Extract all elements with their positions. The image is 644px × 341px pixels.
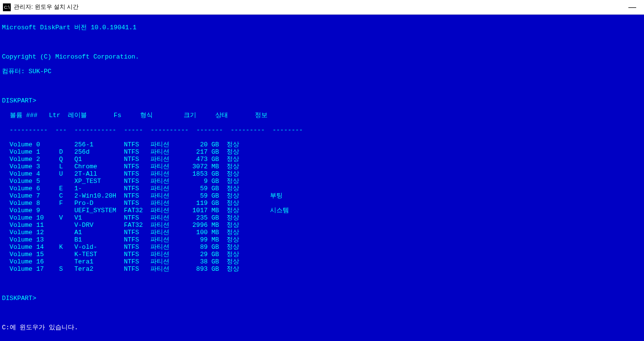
terminal-output[interactable]: Microsoft DiskPart 버전 10.0.19041.1 Copyr… bbox=[0, 15, 644, 341]
diskpart-prompt: DISKPART> bbox=[2, 97, 642, 104]
table-row: Volume 0 256-1 NTFS 파티션 20 GB 정상 bbox=[2, 141, 642, 148]
table-row: Volume 14 K V-old- NTFS 파티션 89 GB 정상 bbox=[2, 243, 642, 251]
window-title: 관리자: 윈도우 설치 시간 bbox=[14, 3, 79, 11]
table-row: Volume 2 Q Q1 NTFS 파티션 473 GB 정상 bbox=[2, 156, 642, 163]
titlebar[interactable]: C:\ 관리자: 윈도우 설치 시간 — bbox=[0, 0, 644, 15]
cmd-icon: C:\ bbox=[3, 3, 11, 11]
table-row: Volume 8 F Pro-D NTFS 파티션 119 GB 정상 bbox=[2, 200, 642, 207]
minimize-button[interactable]: — bbox=[623, 3, 641, 12]
table-divider: ---------- --- ----------- ----- -------… bbox=[2, 126, 642, 134]
copyright: Copyright (C) Microsoft Corporation. bbox=[2, 53, 642, 60]
table-row: Volume 3 L Chrome NTFS 파티션 3072 MB 정상 bbox=[2, 163, 642, 170]
volume-list: Volume 0 256-1 NTFS 파티션 20 GB 정상 Volume … bbox=[2, 141, 642, 273]
table-row: Volume 6 E 1- NTFS 파티션 59 GB 정상 bbox=[2, 185, 642, 192]
console-window: C:\ 관리자: 윈도우 설치 시간 — Microsoft DiskPart … bbox=[0, 0, 644, 341]
table-row: Volume 7 C 2-Win10.20H NTFS 파티션 59 GB 정상… bbox=[2, 192, 642, 200]
table-row: Volume 5 XP_TEST NTFS 파티션 9 GB 정상 bbox=[2, 178, 642, 185]
table-row: Volume 16 Tera1 NTFS 파티션 38 GB 정상 bbox=[2, 258, 642, 265]
table-row: Volume 12 A1 NTFS 파티션 100 MB 정상 bbox=[2, 229, 642, 236]
table-row: Volume 15 K-TEST NTFS 파티션 29 GB 정상 bbox=[2, 251, 642, 258]
table-row: Volume 11 V-DRV FAT32 파티션 2996 MB 정상 bbox=[2, 221, 642, 229]
table-row: Volume 13 B1 NTFS 파티션 99 MB 정상 bbox=[2, 236, 642, 243]
table-row: Volume 17 S Tera2 NTFS 파티션 893 GB 정상 bbox=[2, 265, 642, 273]
table-row: Volume 9 UEFI_SYSTEM FAT32 파티션 1017 MB 정… bbox=[2, 207, 642, 214]
table-row: Volume 1 D 256d NTFS 파티션 217 GB 정상 bbox=[2, 148, 642, 156]
windows-location-msg: C:에 윈도우가 있습니다. bbox=[2, 324, 642, 331]
table-row: Volume 4 U 2T-All NTFS 파티션 1853 GB 정상 bbox=[2, 170, 642, 178]
diskpart-version: Microsoft DiskPart 버전 10.0.19041.1 bbox=[2, 24, 642, 31]
diskpart-prompt-2: DISKPART> bbox=[2, 295, 642, 302]
table-header: 볼륨 ### Ltr 레이블 Fs 형식 크기 상태 정보 bbox=[2, 112, 642, 119]
table-row: Volume 10 V V1 NTFS 파티션 235 GB 정상 bbox=[2, 214, 642, 221]
computer-name: 컴퓨터: SUK-PC bbox=[2, 68, 642, 75]
